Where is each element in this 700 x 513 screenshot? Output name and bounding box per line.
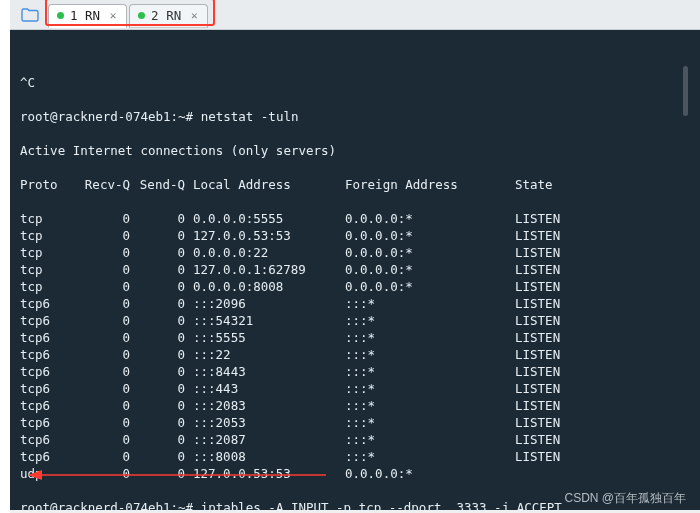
table-row: tcp000.0.0.0:55550.0.0.0:*LISTEN bbox=[20, 210, 690, 227]
table-row: tcp000.0.0.0:80080.0.0.0:*LISTEN bbox=[20, 278, 690, 295]
table-row: udp00127.0.0.53:530.0.0.0:* bbox=[20, 465, 690, 482]
folder-icon[interactable] bbox=[16, 4, 44, 26]
scrollbar-thumb[interactable] bbox=[683, 66, 688, 116]
status-dot-icon bbox=[138, 12, 145, 19]
table-row: tcp600:::54321:::*LISTEN bbox=[20, 312, 690, 329]
status-dot-icon bbox=[57, 12, 64, 19]
table-row: tcp600:::8443:::*LISTEN bbox=[20, 363, 690, 380]
table-rows: tcp000.0.0.0:55550.0.0.0:*LISTENtcp00127… bbox=[20, 210, 690, 482]
table-row: tcp600:::22:::*LISTEN bbox=[20, 346, 690, 363]
close-icon[interactable]: ✕ bbox=[187, 9, 201, 23]
terminal-line: ^C bbox=[20, 74, 690, 91]
table-row: tcp600:::2053:::*LISTEN bbox=[20, 414, 690, 431]
table-row: tcp600:::5555:::*LISTEN bbox=[20, 329, 690, 346]
table-row: tcp000.0.0.0:220.0.0.0:*LISTEN bbox=[20, 244, 690, 261]
tab-2[interactable]: 2 RN ✕ bbox=[129, 4, 208, 28]
table-row: tcp600:::2083:::*LISTEN bbox=[20, 397, 690, 414]
tab-label: 2 RN bbox=[151, 8, 181, 23]
table-row: tcp600:::2087:::*LISTEN bbox=[20, 431, 690, 448]
watermark: CSDN @百年孤独百年 bbox=[564, 490, 686, 507]
table-row: tcp00127.0.0.1:627890.0.0.0:*LISTEN bbox=[20, 261, 690, 278]
terminal-line: Active Internet connections (only server… bbox=[20, 142, 690, 159]
table-row: tcp00127.0.0.53:530.0.0.0:*LISTEN bbox=[20, 227, 690, 244]
tabs-container: 1 RN ✕ 2 RN ✕ bbox=[48, 2, 210, 28]
terminal-line: root@racknerd-074eb1:~# netstat -tuln bbox=[20, 108, 690, 125]
table-row: tcp600:::443:::*LISTEN bbox=[20, 380, 690, 397]
left-gutter bbox=[0, 0, 10, 513]
terminal-view[interactable]: ^C root@racknerd-074eb1:~# netstat -tuln… bbox=[10, 30, 700, 510]
tab-bar: 1 RN ✕ 2 RN ✕ bbox=[10, 0, 700, 30]
tab-1[interactable]: 1 RN ✕ bbox=[48, 4, 127, 28]
close-icon[interactable]: ✕ bbox=[106, 9, 120, 23]
table-row: tcp600:::2096:::*LISTEN bbox=[20, 295, 690, 312]
table-row: tcp600:::8008:::*LISTEN bbox=[20, 448, 690, 465]
table-header: ProtoRecv-QSend-QLocal AddressForeign Ad… bbox=[20, 176, 690, 193]
tab-label: 1 RN bbox=[70, 8, 100, 23]
